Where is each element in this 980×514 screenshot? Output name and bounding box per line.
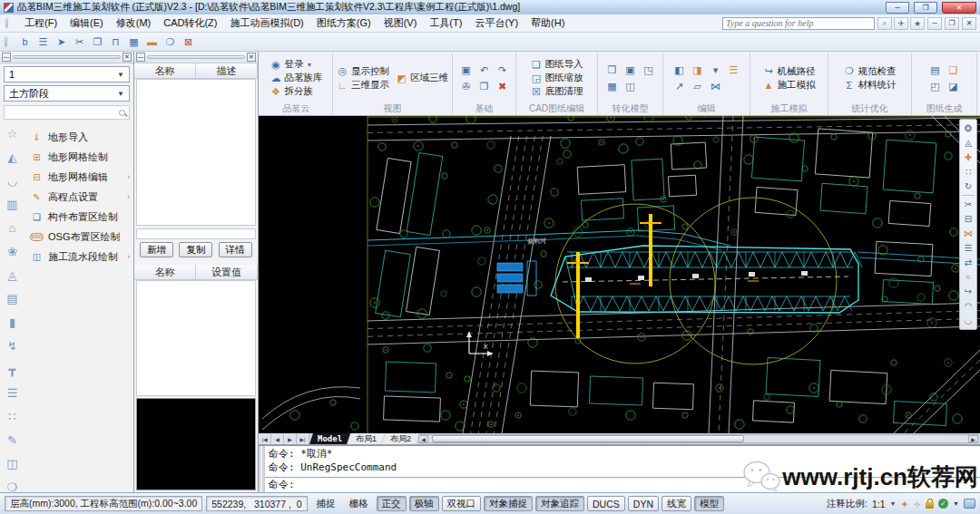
mid-panel-collapse-button[interactable]: —	[136, 53, 145, 62]
copy-button[interactable]: 复制	[179, 242, 212, 257]
edit-mirror-icon[interactable]: ◨	[690, 63, 705, 77]
tab-layout2[interactable]: 布局2	[382, 433, 419, 444]
scroll-left-arrow[interactable]: ◀	[418, 435, 428, 442]
tool-search-box[interactable]	[4, 105, 130, 120]
convert-frame-icon[interactable]: ❒	[604, 63, 620, 77]
three-d-axis-icon[interactable]: ∟三维显示	[335, 78, 391, 92]
scrollbar-thumb[interactable]	[432, 435, 744, 442]
edit-more-caret[interactable]: ▾	[708, 63, 723, 77]
sheet-import-icon[interactable]: ❏图纸导入	[529, 58, 585, 72]
left-panel-collapse-button[interactable]: —	[2, 53, 11, 62]
join-icon[interactable]: ⋈	[961, 227, 975, 240]
maximize-button[interactable]: ❐	[914, 2, 937, 14]
doc-restore-button[interactable]: ❐	[945, 17, 959, 30]
horizontal-scrollbar[interactable]: ◀ ▶	[418, 434, 978, 443]
query-icon[interactable]: ❍	[5, 480, 21, 492]
edit-hatch-icon[interactable]: ◧	[671, 63, 687, 77]
mirror-icon[interactable]: ◬	[961, 136, 975, 150]
trim-icon[interactable]: ✂	[961, 198, 975, 211]
favorites-star-icon[interactable]: ★	[910, 17, 925, 30]
favorites-icon[interactable]: ☆	[5, 126, 21, 141]
copy-icon[interactable]: ❐	[476, 79, 492, 93]
toggle-模型[interactable]: 模型	[694, 496, 724, 511]
machine-path-icon[interactable]: ↪机械路径	[761, 64, 818, 78]
next-tab-button[interactable]: ▶	[284, 433, 297, 444]
text-style-icon[interactable]: b	[16, 34, 34, 50]
col-name[interactable]: 名称	[134, 63, 196, 78]
tool-elevation-point-icon[interactable]: ✎高程点设置›	[24, 187, 133, 207]
toggle-栅格[interactable]: 栅格	[344, 496, 374, 511]
rotate-icon[interactable]: ↻	[961, 179, 975, 193]
ruler-icon[interactable]: ▬	[143, 34, 161, 50]
command-input[interactable]: 命令:	[265, 478, 980, 492]
building-icon[interactable]: ▥	[5, 197, 21, 212]
toggle-正交[interactable]: 正交	[377, 496, 407, 511]
toggle-双视口[interactable]: 双视口	[442, 496, 482, 511]
col-value[interactable]: 设置值	[196, 265, 258, 279]
edit-align-icon[interactable]: ☰	[726, 63, 741, 77]
menu-item[interactable]: 图纸方案(G)	[310, 14, 377, 33]
move-icon[interactable]: ✚	[961, 150, 975, 164]
menu-item[interactable]: 工程(F)	[18, 14, 64, 33]
property-list[interactable]	[136, 280, 256, 396]
command-history[interactable]: 命令: *取消* 命令: UnRegSpecCommand	[265, 446, 980, 478]
display-control-icon[interactable]: ◎显示控制	[335, 64, 391, 78]
safety-warning-icon[interactable]: ◬	[5, 267, 21, 283]
tool-search-input[interactable]	[8, 108, 119, 118]
find-icon[interactable]: ❍	[162, 34, 179, 50]
menu-item[interactable]: 帮助(H)	[524, 14, 571, 33]
prev-tab-button[interactable]: ◀	[271, 433, 284, 444]
erase-icon[interactable]: ✖	[495, 79, 510, 93]
tower-crane-icon[interactable]: ┳	[5, 362, 21, 377]
toggle-线宽[interactable]: 线宽	[662, 496, 691, 511]
toggle-DYN[interactable]: DYN	[628, 496, 659, 511]
clean-screen-button[interactable]	[964, 499, 975, 509]
tool-flow-section-icon[interactable]: ◫施工流水段绘制›	[24, 247, 133, 267]
scheme-name-input[interactable]	[136, 228, 256, 239]
sheet-scale-icon[interactable]: ◲图纸缩放	[529, 72, 585, 85]
swap-icon[interactable]: ⇄	[961, 256, 975, 269]
tab-layout1[interactable]: 布局1	[348, 433, 385, 444]
doc-close-button[interactable]: ✕	[962, 17, 976, 30]
close-button[interactable]: ✕	[942, 2, 976, 14]
greening-icon[interactable]: ❀	[5, 244, 21, 259]
site-house-icon[interactable]: ◫	[5, 456, 21, 471]
temp-facility-icon[interactable]: ⌂	[5, 220, 21, 236]
sheet-export-icon[interactable]: ❑	[946, 63, 961, 77]
electric-icon[interactable]: ↯	[5, 338, 21, 354]
login-icon[interactable]: ◉登录▼	[269, 58, 325, 72]
minimize-button[interactable]: ─	[886, 2, 909, 14]
lock-icon[interactable]	[926, 502, 934, 509]
trusted-dwg-icon[interactable]: ✓	[938, 499, 948, 509]
tool-terrain-grid-edit-icon[interactable]: ⊟地形网格编辑›	[24, 167, 133, 187]
construction-sim-icon[interactable]: ▲施工模拟	[761, 78, 818, 92]
toggle-对象捕捉[interactable]: 对象捕捉	[484, 496, 533, 511]
tool-terrain-import-icon[interactable]: ⇓地形导入	[24, 127, 133, 147]
terrain-icon[interactable]: ◭	[5, 150, 21, 165]
cut-icon[interactable]: ✂	[71, 34, 88, 50]
drawing-canvas[interactable]: 紫荆河X ❂◬✚∷↻✂⊟⋈☰⇄≈↪◠◡	[259, 116, 980, 433]
purge-icon[interactable]: ✇	[458, 79, 474, 93]
delete-box-icon[interactable]: ⊠	[180, 34, 197, 50]
arc-up-icon[interactable]: ◠	[961, 299, 975, 313]
signboard-icon[interactable]: ▤	[5, 291, 21, 306]
annotation-visibility-icon[interactable]: ✦	[900, 499, 908, 509]
arc-down-icon[interactable]: ◡	[961, 314, 975, 327]
menu-item[interactable]: CAD转化(Z)	[157, 14, 223, 33]
menu-item[interactable]: 编辑(E)	[64, 14, 110, 33]
tab-model[interactable]: Model	[309, 433, 350, 444]
grid-box-icon[interactable]: ▦	[125, 34, 142, 50]
split-family-icon[interactable]: ❖拆分族	[269, 85, 325, 99]
scheme-list[interactable]	[136, 79, 256, 226]
toggle-捕捉[interactable]: 捕捉	[311, 496, 341, 511]
fence-icon[interactable]: ☰	[5, 385, 21, 401]
menu-item[interactable]: 云平台(Y)	[468, 14, 524, 33]
tool-component-area-icon[interactable]: ❏构件布置区绘制	[24, 207, 133, 227]
annotation-scale-value[interactable]: 1:1	[872, 499, 886, 509]
left-panel-grip[interactable]	[13, 55, 121, 59]
edit-block-icon[interactable]: ▱	[690, 79, 705, 93]
mid-panel-close-button[interactable]: ✕	[247, 53, 256, 62]
settings-icon[interactable]: ❂	[961, 121, 975, 135]
first-tab-button[interactable]: |◀	[259, 433, 271, 444]
sheet-gen-icon[interactable]: ◪	[946, 79, 961, 93]
